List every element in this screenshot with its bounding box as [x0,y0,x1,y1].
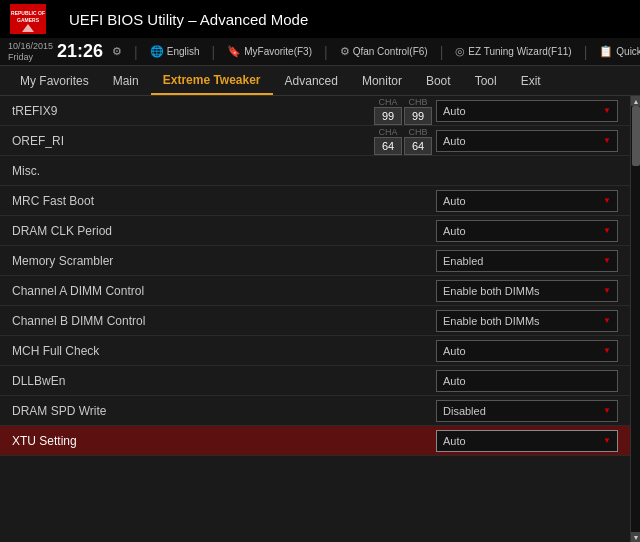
setting-label-dram-clk-period: DRAM CLK Period [12,224,436,238]
setting-label-mch-full-check: MCH Full Check [12,344,436,358]
table-row: MCH Full Check Auto ▼ [0,336,630,366]
toolbar-myfavorite[interactable]: 🔖 MyFavorite(F3) [227,45,312,58]
oref-ri-value-area: CHA 64 CHB 64 Auto ▼ [374,127,618,155]
setting-label-xtu-setting: XTU Setting [12,434,436,448]
setting-label-channel-b-dimm: Channel B DIMM Control [12,314,436,328]
table-row: Channel B DIMM Control Enable both DIMMs… [0,306,630,336]
fan-icon: ⚙ [340,45,350,58]
setting-label-channel-a-dimm: Channel A DIMM Control [12,284,436,298]
dram-clk-period-dropdown[interactable]: Auto ▼ [436,220,618,242]
dllbwen-value: Auto [436,370,618,392]
settings-list: tREFIX9 CHA 99 CHB 99 Auto [0,96,630,456]
setting-label-dram-spd-write: DRAM SPD Write [12,404,436,418]
channel-b-dimm-dropdown[interactable]: Enable both DIMMs ▼ [436,310,618,332]
toolbar-quick-note[interactable]: 📋 Quick Note(F9) [599,45,640,58]
tab-extreme-tweaker[interactable]: Extreme Tweaker [151,66,273,95]
dropdown-arrow-icon: ▼ [603,406,611,415]
tuning-icon: ◎ [455,45,465,58]
header: REPUBLIC OF GAMERS UEFI BIOS Utility – A… [0,0,640,38]
table-row: DRAM CLK Period Auto ▼ [0,216,630,246]
dropdown-arrow-icon: ▼ [603,226,611,235]
trefix9-dropdown[interactable]: Auto ▼ [436,100,618,122]
tab-advanced[interactable]: Advanced [273,66,350,95]
setting-label-memory-scrambler: Memory Scrambler [12,254,436,268]
note-icon: 📋 [599,45,613,58]
toolbar-ez-tuning[interactable]: ◎ EZ Tuning Wizard(F11) [455,45,571,58]
trefix9-value-area: CHA 99 CHB 99 Auto ▼ [374,97,618,125]
table-row: XTU Setting Auto ▼ [0,426,630,456]
nav-tabs: My Favorites Main Extreme Tweaker Advanc… [0,66,640,96]
rog-logo: REPUBLIC OF GAMERS [10,4,54,34]
misc-section-header: Misc. [0,156,630,186]
tab-tool[interactable]: Tool [463,66,509,95]
dropdown-arrow-icon: ▼ [603,106,611,115]
scrollbar-down-button[interactable]: ▼ [631,532,640,542]
setting-label-dllbwen: DLLBwEn [12,374,436,388]
dropdown-arrow-icon: ▼ [603,436,611,445]
dropdown-arrow-icon: ▼ [603,196,611,205]
tab-monitor[interactable]: Monitor [350,66,414,95]
table-row: OREF_RI CHA 64 CHB 64 Auto [0,126,630,156]
table-row: tREFIX9 CHA 99 CHB 99 Auto [0,96,630,126]
dropdown-arrow-icon: ▼ [603,136,611,145]
toolbar-qfan[interactable]: ⚙ Qfan Control(F6) [340,45,428,58]
favorite-icon: 🔖 [227,45,241,58]
scrollbar[interactable]: ▲ ▼ [630,96,640,542]
mch-full-check-dropdown[interactable]: Auto ▼ [436,340,618,362]
dropdown-arrow-icon: ▼ [603,346,611,355]
oref-ri-dropdown[interactable]: Auto ▼ [436,130,618,152]
content-area: tREFIX9 CHA 99 CHB 99 Auto [0,96,630,542]
toolbar-time: 21:26 [57,41,103,62]
tab-exit[interactable]: Exit [509,66,553,95]
dropdown-arrow-icon: ▼ [603,256,611,265]
main-content: tREFIX9 CHA 99 CHB 99 Auto [0,96,640,542]
bios-title: UEFI BIOS Utility – Advanced Mode [69,11,630,28]
mrc-fast-boot-dropdown[interactable]: Auto ▼ [436,190,618,212]
scrollbar-thumb[interactable] [632,106,640,166]
table-row: Memory Scrambler Enabled ▼ [0,246,630,276]
settings-icon[interactable]: ⚙ [112,45,122,58]
svg-text:REPUBLIC OF: REPUBLIC OF [11,10,45,16]
table-row: DLLBwEn Auto [0,366,630,396]
table-row: Channel A DIMM Control Enable both DIMMs… [0,276,630,306]
dram-spd-write-dropdown[interactable]: Disabled ▼ [436,400,618,422]
dropdown-arrow-icon: ▼ [603,286,611,295]
xtu-setting-dropdown[interactable]: Auto ▼ [436,430,618,452]
toolbar: 10/16/2015 Friday 21:26 ⚙ | 🌐 English | … [0,38,640,66]
tab-boot[interactable]: Boot [414,66,463,95]
language-icon: 🌐 [150,45,164,58]
tab-main[interactable]: Main [101,66,151,95]
setting-label-mrc-fast-boot: MRC Fast Boot [12,194,436,208]
memory-scrambler-dropdown[interactable]: Enabled ▼ [436,250,618,272]
toolbar-date: 10/16/2015 Friday [8,41,53,63]
tab-my-favorites[interactable]: My Favorites [8,66,101,95]
table-row: MRC Fast Boot Auto ▼ [0,186,630,216]
channel-a-dimm-dropdown[interactable]: Enable both DIMMs ▼ [436,280,618,302]
scrollbar-up-button[interactable]: ▲ [631,96,640,106]
setting-label-trefix9: tREFIX9 [12,104,374,118]
setting-label-oref-ri: OREF_RI [12,134,374,148]
table-row: DRAM SPD Write Disabled ▼ [0,396,630,426]
dropdown-arrow-icon: ▼ [603,316,611,325]
toolbar-language[interactable]: 🌐 English [150,45,200,58]
svg-text:GAMERS: GAMERS [17,17,40,23]
